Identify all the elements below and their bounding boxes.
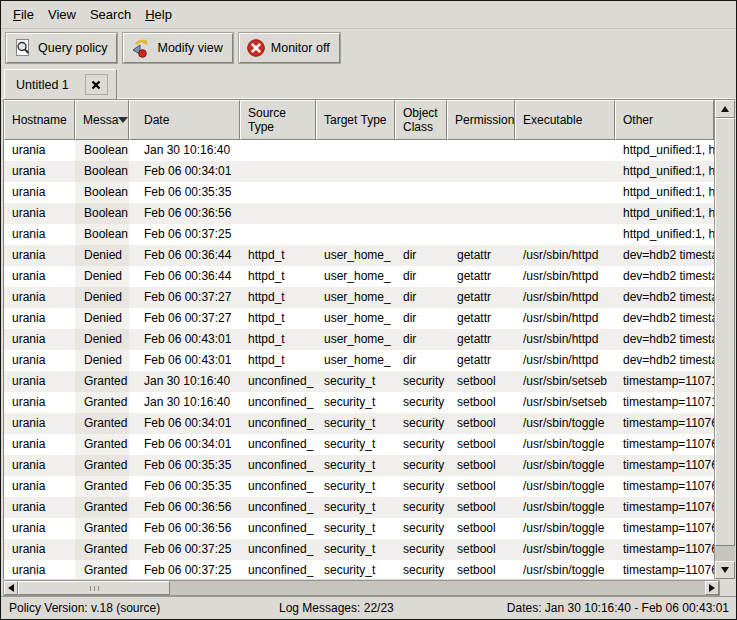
menu-help[interactable]: Help [138, 4, 179, 25]
cell-other: dev=hdb2 timesta [615, 350, 714, 371]
cell-target_type: user_home_ [316, 329, 395, 350]
table-row[interactable]: uraniaGrantedFeb 06 00:34:01unconfined_s… [4, 434, 714, 455]
scrollbar-grip [94, 586, 95, 591]
cell-date: Feb 06 00:35:35 [129, 455, 240, 476]
cell-target_type [316, 203, 395, 224]
table-row[interactable]: uraniaDeniedFeb 06 00:43:01httpd_tuser_h… [4, 329, 714, 350]
table-row[interactable]: uraniaGrantedFeb 06 00:36:56unconfined_s… [4, 518, 714, 539]
vertical-scrollbar[interactable] [714, 100, 735, 579]
cell-other: httpd_unified:1, h [615, 182, 714, 203]
tab-label: Untitled 1 [16, 78, 69, 92]
cell-source_type [240, 203, 316, 224]
scroll-right-button[interactable] [705, 581, 719, 595]
cell-other: httpd_unified:1, h [615, 161, 714, 182]
column-header-permission[interactable]: Permission [447, 100, 515, 140]
cell-message: Granted [75, 497, 129, 518]
horizontal-scrollbar-thumb[interactable] [18, 581, 170, 595]
cell-hostname: urania [4, 392, 75, 413]
log-table: HostnameMessaDateSource TypeTarget TypeO… [3, 99, 735, 579]
cell-message: Granted [75, 392, 129, 413]
cell-permission: setbool [447, 539, 515, 560]
table-row[interactable]: uraniaGrantedJan 30 10:16:40unconfined_s… [4, 392, 714, 413]
table-row[interactable]: uraniaGrantedFeb 06 00:36:56unconfined_s… [4, 497, 714, 518]
table-row[interactable]: uraniaBooleanFeb 06 00:36:56httpd_unifie… [4, 203, 714, 224]
cell-source_type: httpd_t [240, 350, 316, 371]
cell-message: Boolean [75, 182, 129, 203]
table-row[interactable]: uraniaGrantedFeb 06 00:34:01unconfined_s… [4, 413, 714, 434]
cell-executable: /usr/sbin/httpd [515, 329, 615, 350]
table-body: uraniaBooleanJan 30 10:16:40httpd_unifie… [4, 140, 714, 579]
column-header-date[interactable]: Date [129, 100, 240, 140]
tab-close-button[interactable] [85, 74, 108, 95]
table-row[interactable]: uraniaDeniedFeb 06 00:37:27httpd_tuser_h… [4, 287, 714, 308]
vertical-scrollbar-thumb[interactable] [715, 118, 735, 546]
table-row[interactable]: uraniaBooleanJan 30 10:16:40httpd_unifie… [4, 140, 714, 161]
column-header-object_class[interactable]: Object Class [395, 100, 447, 140]
cell-source_type: unconfined_ [240, 455, 316, 476]
cell-hostname: urania [4, 287, 75, 308]
cell-hostname: urania [4, 308, 75, 329]
cell-object_class [395, 161, 447, 182]
policy-version-status: Policy Version: v.18 (source) [1, 601, 279, 615]
cell-hostname: urania [4, 413, 75, 434]
column-header-other[interactable]: Other [615, 100, 714, 140]
cell-message: Denied [75, 350, 129, 371]
table-row[interactable]: uraniaBooleanFeb 06 00:35:35httpd_unifie… [4, 182, 714, 203]
cell-source_type [240, 182, 316, 203]
cell-hostname: urania [4, 182, 75, 203]
date-range-status: Dates: Jan 30 10:16:40 - Feb 06 00:43:01 [507, 601, 736, 615]
cell-hostname: urania [4, 203, 75, 224]
scroll-left-button[interactable] [4, 581, 18, 595]
scroll-down-button[interactable] [715, 561, 735, 579]
cell-target_type: user_home_ [316, 266, 395, 287]
cell-executable [515, 140, 615, 161]
table-row[interactable]: uraniaBooleanFeb 06 00:37:25httpd_unifie… [4, 224, 714, 245]
table-row[interactable]: uraniaDeniedFeb 06 00:37:27httpd_tuser_h… [4, 308, 714, 329]
table-row[interactable]: uraniaGrantedJan 30 10:16:40unconfined_s… [4, 371, 714, 392]
column-header-message[interactable]: Messa [75, 100, 129, 140]
tab-untitled-1[interactable]: Untitled 1 [4, 69, 117, 99]
column-header-source_type[interactable]: Source Type [240, 100, 316, 140]
cell-date: Feb 06 00:36:44 [129, 266, 240, 287]
cell-object_class: security [395, 371, 447, 392]
table-row[interactable]: uraniaGrantedFeb 06 00:37:25unconfined_s… [4, 560, 714, 579]
scroll-up-button[interactable] [715, 100, 735, 118]
cell-other: dev=hdb2 timesta [615, 329, 714, 350]
statusbar: Policy Version: v.18 (source) Log Messag… [1, 596, 736, 619]
cell-other: timestamp=11076 [615, 434, 714, 455]
monitor-off-button[interactable]: Monitor off [239, 33, 340, 63]
cell-executable: /usr/sbin/setseb [515, 371, 615, 392]
table-row[interactable]: uraniaDeniedFeb 06 00:43:01httpd_tuser_h… [4, 350, 714, 371]
column-header-executable[interactable]: Executable [515, 100, 615, 140]
toolbar-button-label: Query policy [38, 41, 107, 55]
toolbar-button-label: Monitor off [271, 41, 330, 55]
table-row[interactable]: uraniaGrantedFeb 06 00:37:25unconfined_s… [4, 539, 714, 560]
cell-executable: /usr/sbin/toggle [515, 518, 615, 539]
column-header-target_type[interactable]: Target Type [316, 100, 395, 140]
cell-date: Feb 06 00:36:56 [129, 203, 240, 224]
table-row[interactable]: uraniaBooleanFeb 06 00:34:01httpd_unifie… [4, 161, 714, 182]
modify-view-button[interactable]: Modify view [123, 33, 232, 63]
menu-view[interactable]: View [41, 4, 83, 25]
column-header-label: Source Type [248, 106, 311, 135]
cell-message: Granted [75, 539, 129, 560]
menu-search[interactable]: Search [83, 4, 138, 25]
query-policy-button[interactable]: Query policy [6, 33, 117, 63]
horizontal-scrollbar[interactable] [3, 580, 720, 596]
column-header-hostname[interactable]: Hostname [4, 100, 75, 140]
cell-other: timestamp=11076 [615, 455, 714, 476]
table-row[interactable]: uraniaGrantedFeb 06 00:35:35unconfined_s… [4, 476, 714, 497]
menu-file[interactable]: File [6, 4, 41, 25]
cell-other: dev=hdb2 timesta [615, 266, 714, 287]
cell-date: Feb 06 00:37:25 [129, 224, 240, 245]
table-row[interactable]: uraniaGrantedFeb 06 00:35:35unconfined_s… [4, 455, 714, 476]
table-row[interactable]: uraniaDeniedFeb 06 00:36:44httpd_tuser_h… [4, 266, 714, 287]
cell-executable: /usr/sbin/toggle [515, 497, 615, 518]
log-messages-count: Log Messages: 22/23 [279, 601, 507, 615]
cell-executable: /usr/sbin/httpd [515, 287, 615, 308]
cell-executable: /usr/sbin/httpd [515, 245, 615, 266]
table-row[interactable]: uraniaDeniedFeb 06 00:36:44httpd_tuser_h… [4, 245, 714, 266]
cell-message: Denied [75, 287, 129, 308]
cell-date: Feb 06 00:43:01 [129, 329, 240, 350]
cell-executable [515, 161, 615, 182]
